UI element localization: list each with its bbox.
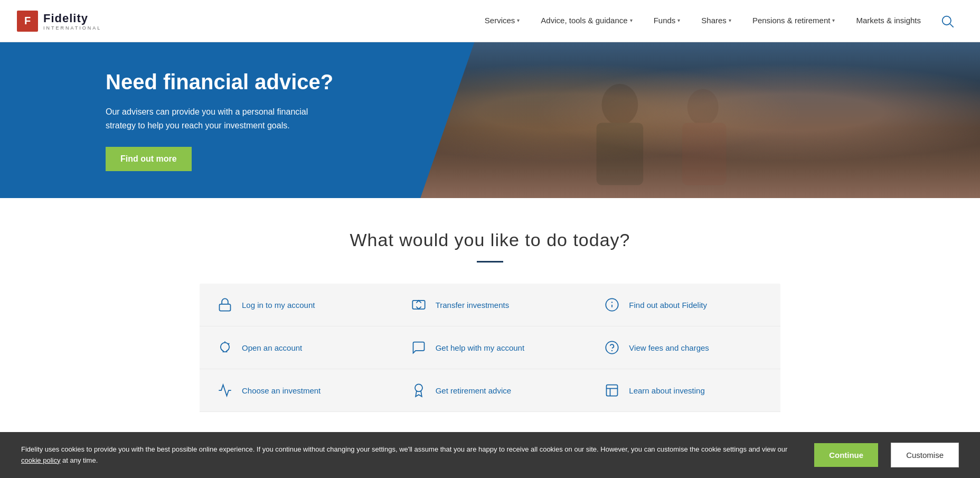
logo-name: Fidelity <box>43 12 101 25</box>
card-learn[interactable]: Learn about investing <box>587 369 780 412</box>
search-button[interactable] <box>931 0 963 42</box>
nav-item-services[interactable]: Services ▾ <box>474 0 531 42</box>
nav-item-markets[interactable]: Markets & insights <box>845 0 931 42</box>
action-cards-grid: Log in to my account Transfer investment… <box>200 284 780 412</box>
svg-rect-7 <box>412 301 425 309</box>
card-learn-label: Learn about investing <box>629 386 704 395</box>
chat-icon <box>410 339 427 356</box>
chevron-down-icon: ▾ <box>832 17 835 23</box>
learn-icon <box>604 382 620 399</box>
card-fees[interactable]: View fees and charges <box>587 326 780 369</box>
logo-text: Fidelity INTERNATIONAL <box>43 12 101 31</box>
chevron-down-icon: ▾ <box>677 17 680 23</box>
card-retirement-label: Get retirement advice <box>436 386 511 395</box>
piggy-bank-icon <box>216 339 233 356</box>
chevron-down-icon: ▾ <box>517 17 520 23</box>
info-circle-icon <box>604 296 620 313</box>
svg-line-12 <box>228 343 229 344</box>
retirement-icon <box>410 382 427 399</box>
svg-rect-16 <box>607 385 618 396</box>
chart-icon <box>216 382 233 399</box>
card-about-fidelity[interactable]: Find out about Fidelity <box>587 284 780 326</box>
card-get-help[interactable]: Get help with my account <box>393 326 587 369</box>
chevron-down-icon: ▾ <box>729 17 731 23</box>
card-login-label: Log in to my account <box>242 301 315 310</box>
logo-icon: F <box>17 11 38 32</box>
main-nav: Services ▾ Advice, tools & guidance ▾ Fu… <box>474 0 931 42</box>
card-open-account-label: Open an account <box>242 343 302 352</box>
nav-item-funds[interactable]: Funds ▾ <box>643 0 691 42</box>
card-transfer-label: Transfer investments <box>436 301 510 310</box>
nav-item-advice[interactable]: Advice, tools & guidance ▾ <box>530 0 643 42</box>
transfer-icon <box>410 296 427 313</box>
svg-point-15 <box>415 384 422 391</box>
card-open-account[interactable]: Open an account <box>200 326 393 369</box>
svg-point-4 <box>687 89 719 126</box>
header: F Fidelity INTERNATIONAL Services ▾ Advi… <box>0 0 980 42</box>
hero-banner: Need financial advice? Our advisers can … <box>0 42 980 198</box>
card-login[interactable]: Log in to my account <box>200 284 393 326</box>
fees-icon <box>604 339 620 356</box>
card-retirement[interactable]: Get retirement advice <box>393 369 587 412</box>
svg-line-1 <box>950 24 953 27</box>
lock-icon <box>216 296 233 313</box>
card-invest-label: Choose an investment <box>242 386 321 395</box>
logo[interactable]: F Fidelity INTERNATIONAL <box>17 11 101 32</box>
svg-point-13 <box>606 341 618 353</box>
svg-rect-6 <box>220 304 231 311</box>
section-title: What would you like to do today? <box>11 230 969 250</box>
nav-item-shares[interactable]: Shares ▾ <box>691 0 742 42</box>
card-transfer[interactable]: Transfer investments <box>393 284 587 326</box>
card-about-label: Find out about Fidelity <box>629 301 707 310</box>
card-help-label: Get help with my account <box>436 343 524 352</box>
card-fees-label: View fees and charges <box>629 343 709 352</box>
hero-cta-button[interactable]: Find out more <box>106 147 192 171</box>
chevron-down-icon: ▾ <box>630 17 633 23</box>
hero-illustration <box>407 42 916 198</box>
svg-rect-5 <box>682 123 727 185</box>
svg-point-0 <box>943 16 951 24</box>
nav-item-pensions[interactable]: Pensions & retirement ▾ <box>742 0 846 42</box>
hero-title: Need financial advice? <box>106 69 497 95</box>
card-choose-investment[interactable]: Choose an investment <box>200 369 393 412</box>
cookie-bar: Fidelity uses cookies to provide you wit… <box>0 432 980 433</box>
action-cards-container: Log in to my account Transfer investment… <box>200 284 780 412</box>
svg-rect-3 <box>597 123 644 185</box>
section-divider <box>477 261 503 263</box>
hero-description: Our advisers can provide you with a pers… <box>106 105 317 132</box>
search-icon <box>940 14 955 29</box>
logo-subtitle: INTERNATIONAL <box>43 25 101 31</box>
svg-point-2 <box>602 84 638 126</box>
main-content: What would you like to do today? Log in … <box>0 198 980 433</box>
